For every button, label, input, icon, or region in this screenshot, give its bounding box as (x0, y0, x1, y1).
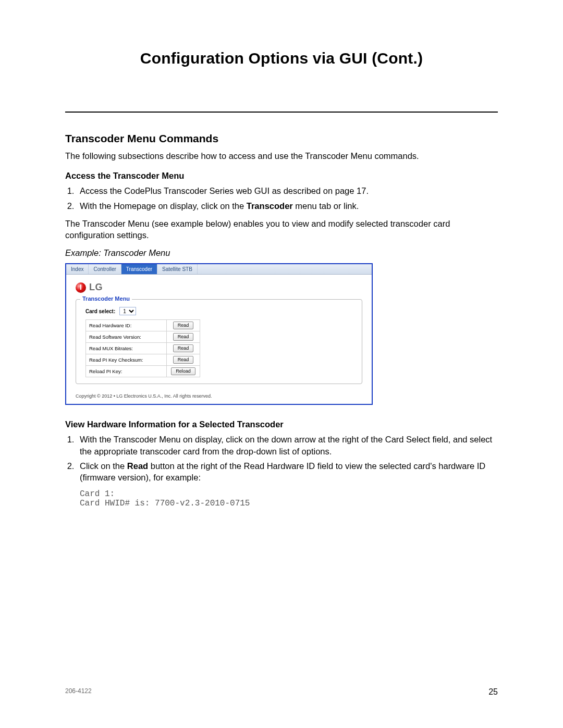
tab-index[interactable]: Index (66, 264, 89, 274)
page-footer: 206-4122 25 (65, 687, 498, 697)
view-hw-step-2: Click on the Read button at the right of… (77, 460, 498, 484)
tab-controller[interactable]: Controller (89, 264, 121, 274)
code-sample: Card 1: Card HWID# is: 7700-v2.3-2010-07… (80, 489, 498, 508)
card-select-label: Card select: (85, 309, 115, 314)
access-step-2-bold: Transcoder (247, 201, 293, 211)
command-table: Read Hardware ID: Read Read Software Ver… (85, 319, 200, 377)
view-hw-heading: View Hardware Information for a Selected… (65, 419, 498, 429)
access-heading: Access the Transcoder Menu (65, 171, 498, 181)
page-number: 25 (488, 687, 498, 697)
row-label: Read Software Version: (86, 331, 167, 343)
divider (65, 112, 498, 113)
table-row: Reload PI Key: Reload (86, 366, 200, 377)
row-label: Read PI Key Checksum: (86, 354, 167, 366)
access-step-2-prefix: With the Homepage on display, click on t… (80, 201, 247, 211)
code-line-2: Card HWID# is: 7700-v2.3-2010-0715 (80, 499, 250, 508)
tab-satellite-stb[interactable]: Satellite STB (157, 264, 198, 274)
card-select-dropdown[interactable]: 1 (119, 307, 136, 315)
row-label: Reload PI Key: (86, 366, 167, 377)
view-hw-step-2-prefix: Click on the (80, 461, 127, 471)
code-line-1: Card 1: (80, 489, 115, 499)
table-row: Read MUX Bitrates: Read (86, 343, 200, 354)
row-label: Read Hardware ID: (86, 320, 167, 331)
access-step-2-suffix: menu tab or link. (293, 201, 359, 211)
example-caption: Example: Transcoder Menu (65, 248, 498, 258)
screenshot-copyright: Copyright © 2012 • LG Electronics U.S.A.… (76, 393, 362, 399)
logo: LG (76, 282, 362, 293)
fieldset-legend: Transcoder Menu (80, 295, 132, 302)
access-step-1: Access the CodePlus Transcoder Series we… (77, 185, 498, 196)
table-row: Read Hardware ID: Read (86, 320, 200, 331)
tab-transcoder[interactable]: Transcoder (121, 264, 157, 274)
read-hardware-id-button[interactable]: Read (173, 322, 194, 329)
read-software-version-button[interactable]: Read (173, 333, 194, 341)
access-steps: Access the CodePlus Transcoder Series we… (65, 185, 498, 212)
access-after-steps: The Transcoder Menu (see example below) … (65, 218, 498, 241)
access-step-2: With the Homepage on display, click on t… (77, 200, 498, 212)
read-mux-bitrates-button[interactable]: Read (173, 344, 194, 352)
lg-logo-icon (76, 282, 86, 293)
page-title: Configuration Options via GUI (Cont.) (65, 50, 498, 67)
tab-bar: Index Controller Transcoder Satellite ST… (66, 264, 372, 275)
view-hw-step-2-bold: Read (127, 461, 148, 471)
lg-logo-text: LG (89, 282, 103, 293)
table-row: Read PI Key Checksum: Read (86, 354, 200, 366)
transcoder-menu-fieldset: Transcoder Menu Card select: 1 Read Hard… (76, 299, 362, 384)
row-label: Read MUX Bitrates: (86, 343, 167, 354)
section-heading: Transcoder Menu Commands (65, 132, 498, 145)
reload-pi-key-button[interactable]: Reload (171, 367, 195, 375)
transcoder-menu-screenshot: Index Controller Transcoder Satellite ST… (65, 263, 373, 405)
intro-paragraph: The following subsections describe how t… (65, 150, 498, 162)
doc-number: 206-4122 (65, 687, 92, 697)
view-hw-steps: With the Transcoder Menu on display, cli… (65, 434, 498, 483)
table-row: Read Software Version: Read (86, 331, 200, 343)
view-hw-step-1: With the Transcoder Menu on display, cli… (77, 434, 498, 457)
read-pi-key-checksum-button[interactable]: Read (173, 356, 194, 364)
